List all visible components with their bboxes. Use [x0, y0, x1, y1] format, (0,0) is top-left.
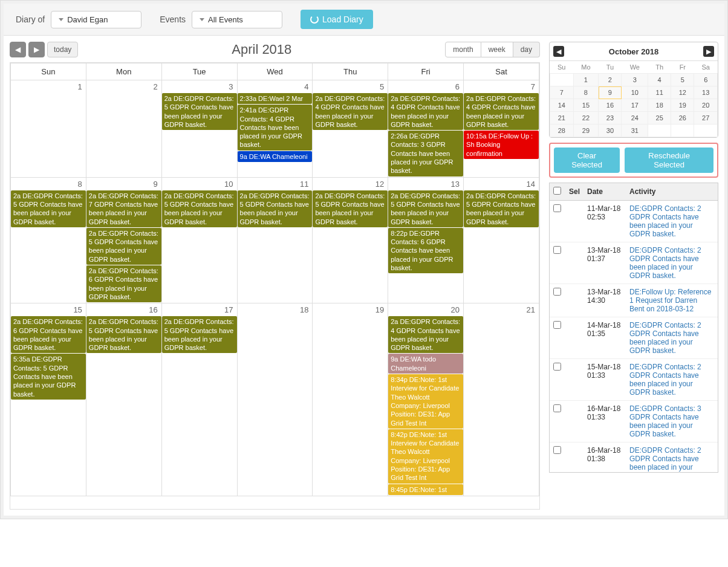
calendar-event[interactable]: 2:26a DE:GDPR Contacts: 3 GDPR Contacts … [388, 131, 463, 176]
calendar-event[interactable]: 5:35a DE:GDPR Contacts: 5 GDPR Contacts … [11, 354, 86, 399]
activity-link[interactable]: DE:GDPR Contacts: 2 GDPR Contacts have b… [629, 321, 701, 355]
row-checkbox[interactable] [553, 288, 561, 296]
calendar-cell[interactable]: 132a DE:GDPR Contacts: 5 GDPR Contacts h… [388, 177, 464, 303]
load-diary-button[interactable]: Load Diary [301, 10, 373, 29]
activity-link[interactable]: DE:Follow Up: Reference 1 Request for Da… [629, 288, 711, 313]
calendar-event[interactable]: 2a DE:GDPR Contacts: 4 GDPR Contacts hav… [464, 93, 539, 130]
calendar-event[interactable]: 8:34p DE:Note: 1st Interview for Candida… [388, 374, 463, 429]
mini-day-cell[interactable]: 5 [671, 74, 694, 86]
reschedule-selected-button[interactable]: Reschedule Selected [625, 147, 713, 173]
mini-day-cell[interactable]: 9 [599, 86, 622, 99]
calendar-cell[interactable]: 52a DE:GDPR Contacts: 4 GDPR Contacts ha… [313, 80, 388, 178]
calendar-event[interactable]: 2a DE:GDPR Contacts: 5 GDPR Contacts hav… [388, 190, 463, 227]
mini-day-cell[interactable]: 20 [694, 99, 718, 112]
calendar-cell[interactable]: 72a DE:GDPR Contacts: 4 GDPR Contacts ha… [464, 80, 539, 178]
calendar-event[interactable]: 2a DE:GDPR Contacts: 5 GDPR Contacts hav… [162, 190, 237, 227]
activity-link[interactable]: DE:GDPR Contacts: 2 GDPR Contacts have b… [629, 363, 701, 397]
mini-day-cell[interactable]: 13 [694, 86, 718, 99]
mini-day-cell[interactable]: 1 [573, 74, 599, 86]
select-all-checkbox[interactable] [553, 187, 561, 195]
calendar-event[interactable]: 8:45p DE:Note: 1st [388, 484, 463, 495]
mini-day-cell[interactable]: 8 [573, 86, 599, 99]
calendar-cell[interactable]: 92a DE:GDPR Contacts: 7 GDPR Contacts ha… [86, 177, 161, 303]
mini-day-cell[interactable]: 24 [622, 112, 648, 125]
row-checkbox[interactable] [553, 204, 561, 212]
calendar-cell[interactable]: 32a DE:GDPR Contacts: 5 GDPR Contacts ha… [161, 80, 237, 178]
calendar-cell[interactable]: 112a DE:GDPR Contacts: 5 GDPR Contacts h… [237, 177, 313, 303]
calendar-event[interactable]: 2a DE:GDPR Contacts: 6 GDPR Contacts hav… [86, 265, 161, 302]
calendar-event[interactable]: 9a DE:WA Chameleoni [238, 151, 313, 162]
view-month-button[interactable]: month [445, 42, 481, 57]
mini-next-button[interactable]: ▶ [703, 46, 714, 57]
mini-day-cell[interactable]: 4 [648, 74, 671, 86]
mini-day-cell[interactable]: 28 [550, 125, 574, 137]
calendar-cell[interactable]: 1 [11, 80, 86, 178]
calendar-event[interactable]: 8:22p DE:GDPR Contacts: 6 GDPR Contacts … [388, 228, 463, 273]
cal-next-button[interactable]: ▶ [28, 42, 45, 57]
row-checkbox[interactable] [553, 246, 561, 254]
calendar-event[interactable]: 2:41a DE:GDPR Contacts: 4 GDPR Contacts … [238, 105, 313, 150]
calendar-event[interactable]: 2a DE:GDPR Contacts: 5 GDPR Contacts hav… [86, 228, 161, 265]
mini-day-cell[interactable]: 25 [648, 112, 671, 125]
mini-day-cell[interactable]: 18 [648, 99, 671, 112]
mini-day-cell[interactable]: 15 [573, 99, 599, 112]
view-week-button[interactable]: week [481, 42, 513, 57]
activity-link[interactable]: DE:GDPR Contacts: 3 GDPR Contacts have b… [629, 404, 701, 438]
cal-prev-button[interactable]: ◀ [10, 42, 26, 57]
mini-day-cell[interactable]: 12 [671, 86, 694, 99]
col-date[interactable]: Date [583, 183, 626, 201]
row-checkbox[interactable] [553, 404, 561, 412]
row-checkbox[interactable] [553, 321, 561, 329]
calendar-event[interactable]: 2a DE:GDPR Contacts: 5 GDPR Contacts hav… [162, 316, 237, 353]
calendar-event[interactable]: 2a DE:GDPR Contacts: 7 GDPR Contacts hav… [86, 190, 161, 227]
mini-day-cell[interactable]: 3 [622, 74, 648, 86]
diary-user-select[interactable]: David Egan [51, 11, 141, 28]
clear-selected-button[interactable]: Clear Selected [554, 147, 620, 173]
calendar-cell[interactable]: 21 [464, 303, 539, 496]
calendar-cell[interactable]: 2 [86, 80, 161, 178]
view-day-button[interactable]: day [513, 42, 540, 57]
calendar-event[interactable]: 2a DE:GDPR Contacts: 5 GDPR Contacts hav… [162, 93, 237, 130]
row-checkbox[interactable] [553, 446, 561, 454]
calendar-event[interactable]: 2a DE:GDPR Contacts: 4 GDPR Contacts hav… [388, 93, 463, 130]
calendar-cell[interactable]: 202a DE:GDPR Contacts: 4 GDPR Contacts h… [388, 303, 464, 496]
calendar-event[interactable]: 2a DE:GDPR Contacts: 5 GDPR Contacts hav… [11, 190, 86, 227]
calendar-event[interactable]: 2a DE:GDPR Contacts: 5 GDPR Contacts hav… [313, 190, 388, 227]
mini-day-cell[interactable]: 27 [694, 112, 718, 125]
events-filter-select[interactable]: All Events [192, 11, 282, 28]
calendar-event[interactable]: 2a DE:GDPR Contacts: 5 GDPR Contacts hav… [238, 190, 313, 227]
mini-day-cell[interactable]: 6 [694, 74, 718, 86]
mini-day-cell[interactable]: 14 [550, 99, 574, 112]
mini-day-cell[interactable]: 10 [622, 86, 648, 99]
calendar-event[interactable]: 2a DE:GDPR Contacts: 4 GDPR Contacts hav… [388, 316, 463, 353]
today-button[interactable]: today [47, 42, 78, 57]
calendar-cell[interactable]: 152a DE:GDPR Contacts: 6 GDPR Contacts h… [11, 303, 86, 496]
row-checkbox[interactable] [553, 363, 561, 371]
mini-day-cell[interactable]: 29 [573, 125, 599, 137]
calendar-cell[interactable]: 102a DE:GDPR Contacts: 5 GDPR Contacts h… [161, 177, 237, 303]
activity-link[interactable]: DE:GDPR Contacts: 2 GDPR Contacts have b… [629, 446, 701, 471]
calendar-cell[interactable]: 82a DE:GDPR Contacts: 5 GDPR Contacts ha… [11, 177, 86, 303]
calendar-event[interactable]: 2a DE:GDPR Contacts: 5 GDPR Contacts hav… [464, 190, 539, 227]
calendar-event[interactable]: 2a DE:GDPR Contacts: 4 GDPR Contacts hav… [313, 93, 388, 130]
mini-day-cell[interactable]: 26 [671, 112, 694, 125]
calendar-cell[interactable]: 142a DE:GDPR Contacts: 5 GDPR Contacts h… [464, 177, 539, 303]
mini-day-cell[interactable]: 16 [599, 99, 622, 112]
calendar-event[interactable]: 2a DE:GDPR Contacts: 5 GDPR Contacts hav… [86, 316, 161, 353]
calendar-cell[interactable]: 122a DE:GDPR Contacts: 5 GDPR Contacts h… [313, 177, 388, 303]
mini-day-cell[interactable]: 31 [622, 125, 648, 137]
mini-day-cell[interactable]: 30 [599, 125, 622, 137]
calendar-cell[interactable]: 162a DE:GDPR Contacts: 5 GDPR Contacts h… [86, 303, 161, 496]
mini-day-cell[interactable]: 21 [550, 112, 574, 125]
mini-day-cell[interactable]: 7 [550, 86, 574, 99]
mini-day-cell[interactable]: 23 [599, 112, 622, 125]
calendar-cell[interactable]: 62a DE:GDPR Contacts: 4 GDPR Contacts ha… [388, 80, 464, 178]
activity-link[interactable]: DE:GDPR Contacts: 2 GDPR Contacts have b… [629, 246, 701, 280]
mini-day-cell[interactable]: 19 [671, 99, 694, 112]
calendar-event[interactable]: 8:42p DE:Note: 1st Interview for Candida… [388, 429, 463, 484]
mini-day-cell[interactable]: 22 [573, 112, 599, 125]
calendar-event[interactable]: 2a DE:GDPR Contacts: 6 GDPR Contacts hav… [11, 316, 86, 353]
calendar-cell[interactable]: 19 [313, 303, 388, 496]
mini-day-cell[interactable]: 2 [599, 74, 622, 86]
calendar-event[interactable]: 9a DE:WA todo Chameleoni [388, 354, 463, 374]
